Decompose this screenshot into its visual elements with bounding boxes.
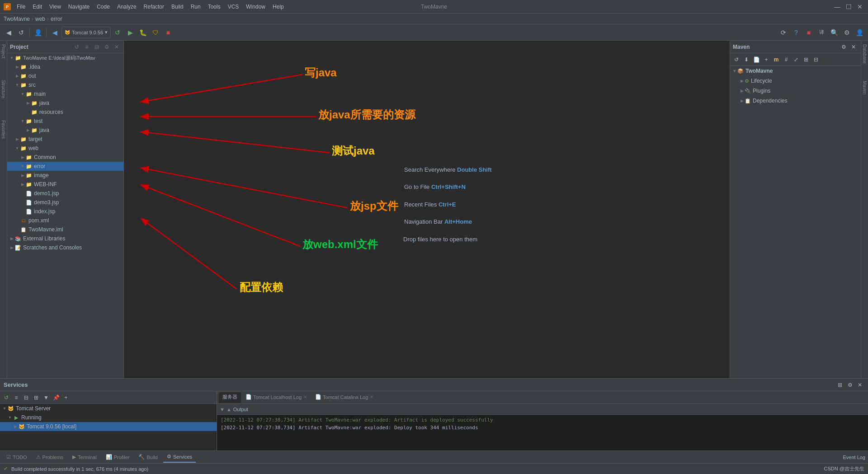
maven-collapse-btn[interactable]: ⊟ [811, 55, 821, 64]
svc-tomcat-server[interactable]: ▼ 🐱 Tomcat Server [0, 404, 217, 413]
database-label[interactable]: Database [862, 42, 868, 66]
svc-add-btn[interactable]: + [61, 393, 71, 402]
maven-exec-btn[interactable]: # [782, 55, 791, 64]
menu-navigate[interactable]: Navigate [65, 3, 93, 11]
maven-toggle-btn[interactable]: ⤢ [792, 55, 801, 64]
tree-item-resources[interactable]: 📁 resources [7, 108, 123, 117]
menu-vcs[interactable]: VCS [225, 3, 242, 11]
tree-item-src[interactable]: ▼ 📁 src [7, 80, 123, 89]
profile-button[interactable]: 👤 [32, 27, 44, 38]
maximize-button[interactable]: ☐ [844, 3, 854, 10]
tree-item-webinf[interactable]: ▶ 📁 WEB-INF [7, 180, 123, 189]
tree-item-image[interactable]: ▶ 📁 image [7, 171, 123, 180]
log-tab-catalina[interactable]: 📄 Tomcat Catalina Log ✕ [311, 392, 377, 403]
log-tab-server[interactable]: 服务器 [219, 392, 241, 403]
tree-item-main[interactable]: ▼ 📁 main [7, 89, 123, 99]
maven-settings-btn[interactable]: ⚙ [839, 42, 848, 52]
menu-edit[interactable]: Edit [29, 3, 45, 11]
svc-expand-btn[interactable]: ≡ [12, 393, 21, 402]
svc-collapse-btn[interactable]: ⊟ [22, 393, 31, 402]
settings-button[interactable]: ⚙ [841, 27, 853, 38]
services-expand-icon[interactable]: ⊞ [835, 380, 844, 390]
maven-add-btn[interactable]: + [762, 55, 771, 64]
project-collapse-btn[interactable]: ⊟ [93, 43, 101, 51]
maven-item-plugins[interactable]: ▶ 🔌 Plugins [730, 86, 861, 96]
action-tab-build[interactable]: 🔨 Build [135, 452, 161, 463]
translate-button[interactable]: 译 [816, 27, 827, 38]
action-tab-services[interactable]: ⚙ Services [163, 452, 196, 463]
action-tab-profiler[interactable]: 📊 Profiler [102, 452, 133, 463]
maven-right-label[interactable]: Maven [862, 79, 868, 96]
tree-item-demo3[interactable]: 📄 demo3.jsp [7, 198, 123, 207]
tree-item-common[interactable]: ▶ 📁 Common [7, 153, 123, 162]
tree-item-scratches[interactable]: ▶ 📝 Scratches and Consoles [7, 243, 123, 252]
stop-btn-2[interactable]: ■ [803, 27, 815, 38]
menu-tools[interactable]: Tools [205, 3, 224, 11]
toolbar-back-nav[interactable]: ◀ [49, 27, 61, 38]
menu-help[interactable]: Help [269, 3, 287, 11]
project-sidebar-label[interactable]: Project [0, 42, 6, 60]
project-settings-btn[interactable]: ⚙ [103, 43, 111, 51]
menu-view[interactable]: View [46, 3, 64, 11]
favorites-sidebar-label[interactable]: Favorites [0, 118, 6, 141]
svc-tomcat-instance[interactable]: ▶ 🐱 Tomcat 9.0.56 [local] [0, 422, 217, 431]
services-close-icon[interactable]: ✕ [855, 380, 864, 390]
maven-item-dependencies[interactable]: ▶ 📋 Dependencies [730, 96, 861, 106]
log-tab-localhost[interactable]: 📄 Tomcat Localhost Log ✕ [242, 392, 311, 403]
log-tab-catalina-close[interactable]: ✕ [370, 394, 373, 399]
maven-download-docs-btn[interactable]: 📄 [752, 55, 761, 64]
log-tab-localhost-close[interactable]: ✕ [303, 394, 307, 399]
svc-restart-btn[interactable]: ↺ [2, 393, 11, 402]
run-button[interactable]: ▶ [124, 27, 136, 38]
tree-item-out[interactable]: ▶ 📁 out [7, 71, 123, 80]
stop-button[interactable]: ■ [162, 27, 174, 38]
maven-expand-btn[interactable]: ⊞ [802, 55, 811, 64]
sync-button[interactable]: ↺ [15, 27, 27, 38]
svc-running[interactable]: ▼ ▶ Running [0, 413, 217, 422]
coverage-button[interactable]: 🛡 [150, 27, 161, 38]
project-close-btn[interactable]: ✕ [113, 43, 121, 51]
back-button[interactable]: ◀ [3, 27, 14, 38]
svc-filter-btn[interactable]: ▼ [42, 393, 51, 402]
action-tab-todo[interactable]: ☑ TODO [3, 452, 31, 463]
menu-refactor[interactable]: Refactor [141, 3, 167, 11]
svc-pin-btn[interactable]: 📌 [52, 393, 61, 402]
maven-item-lifecycle[interactable]: ▶ ⚙ Lifecycle [730, 76, 861, 86]
tree-item-extlibs[interactable]: ▶ 📚 External Libraries [7, 234, 123, 243]
project-expand-btn[interactable]: ≡ [83, 43, 91, 51]
tree-item-index[interactable]: 📄 index.jsp [7, 207, 123, 216]
structure-sidebar-label[interactable]: Structure [0, 78, 6, 100]
action-tab-terminal[interactable]: ▶ Terminal [69, 452, 100, 463]
maven-item-root[interactable]: ▼ 📦 TwoMavne [730, 66, 861, 76]
help-button[interactable]: ? [790, 27, 802, 38]
menu-build[interactable]: Build [168, 3, 187, 11]
tree-item-iml[interactable]: 📋 TwoMavne.iml [7, 225, 123, 234]
tree-item-root[interactable]: ▼ 📁 TwoMavne E:\Ideal源码\TwoMav [7, 53, 123, 62]
project-sync-btn[interactable]: ↺ [73, 43, 81, 51]
minimize-button[interactable]: — [832, 3, 842, 10]
maven-download-sources-btn[interactable]: ⬇ [742, 55, 751, 64]
event-log-link[interactable]: Event Log [843, 455, 865, 460]
debug-button[interactable]: 🐛 [137, 27, 149, 38]
search-toolbar-button[interactable]: 🔍 [828, 27, 840, 38]
services-settings-icon[interactable]: ⚙ [845, 380, 854, 390]
menu-code[interactable]: Code [94, 3, 113, 11]
avatar-button[interactable]: 👤 [854, 27, 865, 38]
maven-refresh-btn[interactable]: ↺ [732, 55, 741, 64]
svc-group-btn[interactable]: ⊞ [32, 393, 41, 402]
tree-item-demo1[interactable]: 📄 demo1.jsp [7, 189, 123, 198]
menu-run[interactable]: Run [188, 3, 204, 11]
refresh-button[interactable]: ↺ [112, 27, 123, 38]
maven-run-btn[interactable]: m [772, 55, 781, 64]
close-button[interactable]: ✕ [855, 3, 864, 10]
menu-analyze[interactable]: Analyze [114, 3, 140, 11]
tree-item-idea[interactable]: ▶ 📁 .idea [7, 62, 123, 71]
tree-item-java-main[interactable]: ▶ 📁 java [7, 99, 123, 108]
run-config[interactable]: 🐱 Tomcat 9.0.56 ▾ [61, 27, 111, 38]
tree-item-java-test[interactable]: ▶ 📁 java [7, 126, 123, 135]
update-button[interactable]: ⟳ [778, 27, 789, 38]
menu-file[interactable]: File [14, 3, 28, 11]
tree-item-pom[interactable]: 🗂 pom.xml [7, 216, 123, 225]
tree-item-error[interactable]: ▼ 📁 error [7, 162, 123, 171]
tree-item-web[interactable]: ▼ 📁 web [7, 144, 123, 153]
